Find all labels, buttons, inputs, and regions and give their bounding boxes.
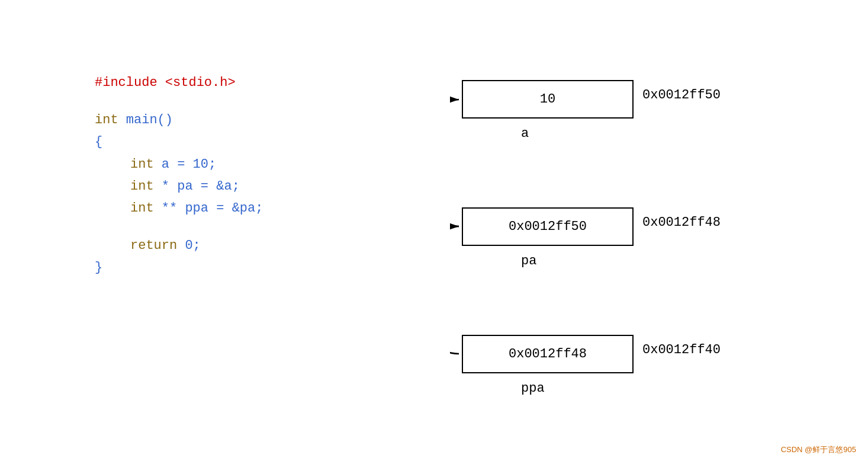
int-keyword-main: int — [95, 113, 118, 127]
box-a-value: 10 — [540, 92, 555, 107]
label-pa: pa — [521, 254, 536, 268]
line1: int a = 10; — [130, 154, 263, 175]
line2: int * pa = &a; — [130, 176, 263, 197]
line3: int ** ppa = &pa; — [130, 198, 263, 219]
return-rest: 0; — [177, 238, 201, 253]
line3-rest: ** ppa = &pa; — [154, 201, 263, 216]
open-brace: { — [95, 135, 102, 149]
addr-a: 0x0012ff50 — [642, 88, 721, 103]
open-brace-line: { — [95, 132, 263, 152]
box-a: 10 — [462, 80, 634, 119]
close-brace: } — [95, 260, 102, 275]
box-ppa: 0x0012ff48 — [462, 335, 634, 373]
addr-pa: 0x0012ff48 — [642, 215, 721, 230]
include-line: #include <stdio.h> — [95, 72, 263, 93]
addr-ppa: 0x0012ff40 — [642, 343, 721, 357]
code-block: #include <stdio.h> int main() { int a = … — [95, 71, 263, 280]
memory-diagram: 10 a 0x0012ff50 0x0012ff50 pa 0x0012ff48… — [450, 47, 864, 415]
main-sig-line: int main() — [95, 110, 263, 130]
arrow-pa-to-a — [450, 100, 459, 226]
box-pa: 0x0012ff50 — [462, 207, 634, 246]
int-kw-3: int — [130, 201, 154, 216]
box-ppa-value: 0x0012ff48 — [509, 347, 587, 361]
line1-rest: a = 10; — [154, 157, 217, 172]
include-text: #include <stdio.h> — [95, 75, 236, 90]
watermark: CSDN @鲜于言悠905 — [781, 444, 856, 455]
line2-rest: * pa = &a; — [154, 179, 240, 194]
label-a: a — [521, 126, 529, 141]
arrow-ppa-to-pa — [450, 226, 459, 354]
close-brace-line: } — [95, 257, 263, 278]
label-ppa: ppa — [521, 381, 545, 396]
int-kw-2: int — [130, 179, 154, 194]
return-line: return 0; — [130, 235, 263, 256]
int-kw-1: int — [130, 157, 154, 172]
box-pa-value: 0x0012ff50 — [509, 219, 587, 234]
main-func: main() — [118, 113, 173, 127]
return-keyword: return — [130, 238, 177, 253]
